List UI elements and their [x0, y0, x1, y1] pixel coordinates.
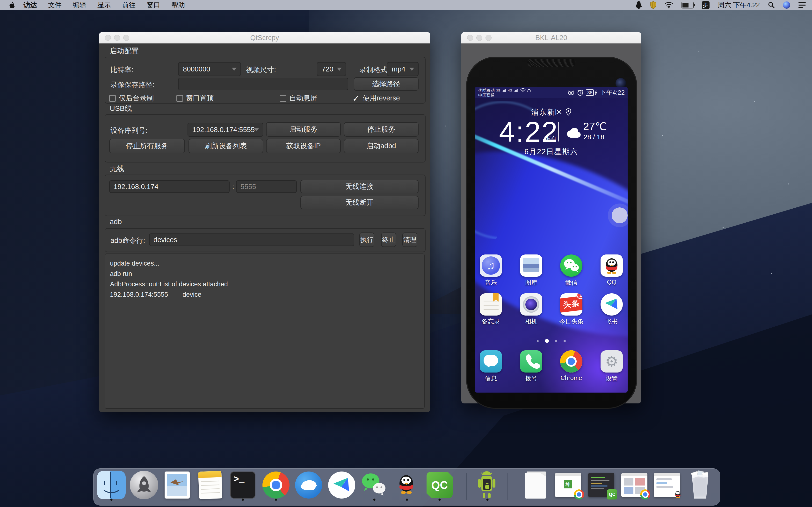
- qtscrcpy-titlebar[interactable]: QtScrcpy: [99, 32, 430, 44]
- app-qq[interactable]: QQ: [596, 255, 627, 286]
- dock-minimized-code-window[interactable]: QC: [587, 471, 615, 499]
- dock-qtcreator[interactable]: QC: [425, 471, 454, 499]
- app-notes[interactable]: 备忘录: [475, 293, 507, 326]
- dock-minimized-browser-page[interactable]: [620, 471, 649, 499]
- input-method-icon[interactable]: 拼: [702, 1, 710, 9]
- app-feishu[interactable]: 飞书: [596, 293, 627, 326]
- dock-finder[interactable]: [97, 471, 126, 499]
- app-music[interactable]: ♫ 音乐: [475, 255, 507, 287]
- record-path-input[interactable]: [178, 78, 348, 90]
- menu-go[interactable]: 前往: [116, 0, 141, 10]
- adb-run-button[interactable]: 执行: [359, 232, 374, 247]
- siri-icon[interactable]: [783, 1, 790, 9]
- phone-titlebar[interactable]: BKL-AL20: [461, 32, 641, 44]
- menu-file[interactable]: 文件: [43, 0, 67, 10]
- location-pin-icon: [565, 108, 571, 116]
- app-label: 微信: [555, 279, 587, 287]
- adb-clear-button[interactable]: 清理: [402, 232, 417, 247]
- stop-service-button[interactable]: 停止服务: [344, 122, 418, 137]
- app-label: 相机: [515, 318, 547, 326]
- dock-qq[interactable]: [393, 471, 421, 499]
- dock-terminal[interactable]: >_: [229, 471, 257, 499]
- dock-chrome[interactable]: [262, 471, 290, 499]
- app-gallery[interactable]: 图库: [515, 255, 547, 287]
- running-indicator: [406, 499, 408, 501]
- checkbox-use-reverse[interactable]: ✓使用reverse: [352, 94, 400, 103]
- messages-icon[interactable]: [480, 350, 502, 373]
- menu-finder[interactable]: 访达: [18, 0, 43, 10]
- usb-section-label: USB线: [110, 104, 132, 113]
- checkbox-box[interactable]: [109, 95, 116, 102]
- dock-mail[interactable]: [163, 471, 191, 499]
- refresh-devices-button[interactable]: 刷新设备列表: [189, 139, 263, 153]
- record-format-select[interactable]: mp4: [387, 62, 418, 76]
- app-wechat[interactable]: 微信: [555, 255, 587, 287]
- wireless-connect-button[interactable]: 无线连接: [300, 180, 418, 193]
- gallery-icon[interactable]: [520, 255, 542, 277]
- dock-minimized-document[interactable]: [522, 471, 550, 499]
- app-settings[interactable]: ⚙ 设置: [596, 350, 627, 382]
- feishu-icon[interactable]: [601, 293, 623, 316]
- checkbox-box[interactable]: [280, 95, 286, 102]
- menu-view[interactable]: 显示: [92, 0, 116, 10]
- shield-menubar-icon[interactable]: [650, 1, 656, 9]
- checkbox-bg-record[interactable]: 仅后台录制: [109, 94, 154, 103]
- video-size-select[interactable]: 720: [317, 62, 346, 76]
- notification-center-icon[interactable]: [799, 2, 806, 8]
- serial-select[interactable]: 192.168.0.174:5555: [188, 123, 263, 137]
- wireless-ip-input[interactable]: [109, 180, 230, 193]
- check-icon[interactable]: ✓: [352, 95, 360, 102]
- dock-trash[interactable]: [686, 471, 714, 499]
- battery-menubar-icon[interactable]: [681, 2, 694, 8]
- phone-screen[interactable]: 优酷移动 3G 4G 中国联通: [475, 87, 627, 393]
- qq-menubar-icon[interactable]: [636, 1, 642, 9]
- wechat-icon[interactable]: [560, 255, 582, 277]
- log-output[interactable]: update devices... adb run AdbProcess::ou…: [105, 253, 424, 409]
- dock-wechat[interactable]: [360, 471, 389, 499]
- adb-kill-button[interactable]: 终止: [381, 232, 396, 247]
- music-icon[interactable]: ♫: [480, 255, 502, 277]
- start-adbd-button[interactable]: 启动adbd: [344, 139, 418, 153]
- apple-logo-icon[interactable]: [7, 1, 18, 9]
- app-toutiao[interactable]: 头条 1 今日头条: [555, 293, 587, 326]
- dock-feishu[interactable]: [327, 471, 356, 499]
- assistive-floating-ball[interactable]: [612, 207, 627, 223]
- start-service-button[interactable]: 启动服务: [266, 122, 341, 137]
- dock-minimized-qq-window[interactable]: [653, 471, 681, 499]
- dock-minimized-chrome-page[interactable]: 坤: [554, 471, 582, 499]
- menu-help[interactable]: 帮助: [166, 0, 191, 10]
- adb-cmd-input[interactable]: [149, 233, 354, 246]
- wireless-disconnect-button[interactable]: 无线断开: [300, 196, 418, 209]
- app-camera[interactable]: 相机: [515, 293, 547, 326]
- dialer-icon[interactable]: [520, 350, 542, 373]
- camera-icon[interactable]: [520, 293, 542, 316]
- stop-all-button[interactable]: 停止所有服务: [109, 139, 185, 153]
- toutiao-icon[interactable]: 头条 1: [560, 293, 582, 316]
- bitrate-select[interactable]: 8000000: [178, 62, 241, 76]
- chrome-icon[interactable]: [560, 350, 582, 373]
- app-messages[interactable]: 信息: [475, 350, 507, 382]
- spotlight-icon[interactable]: [768, 2, 775, 8]
- page-dot: [564, 340, 566, 342]
- dock-seal-app[interactable]: [294, 471, 323, 499]
- dock-qtscrcpy-android[interactable]: [473, 471, 502, 499]
- checkbox-box[interactable]: [176, 95, 183, 102]
- checkbox-always-top[interactable]: 窗口置顶: [176, 94, 214, 103]
- settings-gear-icon[interactable]: ⚙: [601, 350, 623, 373]
- choose-path-button[interactable]: 选择路径: [354, 77, 418, 91]
- notes-icon[interactable]: [480, 293, 502, 316]
- dock-notes[interactable]: [196, 471, 224, 499]
- checkbox-screen-off[interactable]: 自动息屏: [280, 94, 317, 103]
- menubar-clock[interactable]: 周六 下午4:22: [718, 0, 760, 10]
- wireless-port-input[interactable]: [236, 180, 297, 193]
- get-device-ip-button[interactable]: 获取设备IP: [266, 139, 341, 153]
- menu-edit[interactable]: 编辑: [67, 0, 92, 10]
- wifi-menubar-icon[interactable]: [665, 2, 673, 8]
- qq-icon[interactable]: [601, 255, 623, 277]
- trash-full-icon: [690, 471, 711, 499]
- config-section-label: 启动配置: [110, 46, 139, 56]
- app-dialer[interactable]: 拨号: [515, 350, 547, 382]
- dock-launchpad[interactable]: [130, 471, 158, 499]
- app-chrome[interactable]: Chrome: [555, 350, 587, 382]
- menu-window[interactable]: 窗口: [141, 0, 166, 10]
